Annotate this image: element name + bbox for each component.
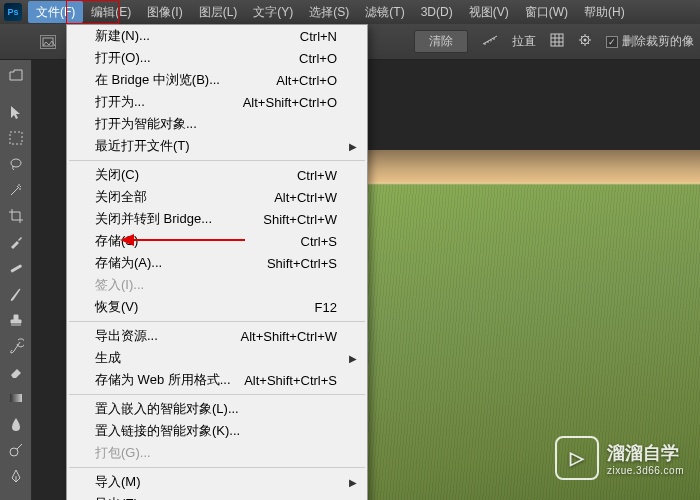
menu-help[interactable]: 帮助(H)	[576, 1, 633, 23]
app-icon: Ps	[4, 3, 22, 21]
file-menu-item[interactable]: 打开(O)...Ctrl+O	[67, 47, 367, 69]
top-menubar: Ps 文件(F) 编辑(E) 图像(I) 图层(L) 文字(Y) 选择(S) 滤…	[0, 0, 700, 24]
straighten-label: 拉直	[512, 33, 536, 50]
file-menu-item[interactable]: 在 Bridge 中浏览(B)...Alt+Ctrl+O	[67, 69, 367, 91]
dodge-tool-icon[interactable]	[4, 438, 28, 462]
menu-shortcut: Shift+Ctrl+S	[267, 256, 337, 271]
svg-rect-7	[10, 394, 22, 402]
file-menu-dropdown: 新建(N)...Ctrl+N打开(O)...Ctrl+O在 Bridge 中浏览…	[66, 24, 368, 500]
menu-shortcut: Ctrl+O	[299, 51, 337, 66]
clear-button[interactable]: 清除	[414, 30, 468, 53]
menu-file[interactable]: 文件(F)	[28, 1, 83, 23]
file-menu-item[interactable]: 存储为(A)...Shift+Ctrl+S	[67, 252, 367, 274]
svg-rect-6	[10, 264, 22, 273]
menu-select[interactable]: 选择(S)	[301, 1, 357, 23]
menu-shortcut: Alt+Ctrl+W	[274, 190, 337, 205]
history-brush-tool-icon[interactable]	[4, 334, 28, 358]
eyedropper-tool-icon[interactable]	[4, 230, 28, 254]
file-menu-item[interactable]: 存储为 Web 所用格式...Alt+Shift+Ctrl+S	[67, 369, 367, 391]
tool-tabs-icon[interactable]	[4, 64, 28, 88]
stamp-tool-icon[interactable]	[4, 308, 28, 332]
file-menu-item: 打包(G)...	[67, 442, 367, 464]
menu-type[interactable]: 文字(Y)	[245, 1, 301, 23]
crop-tool-icon[interactable]	[4, 204, 28, 228]
submenu-arrow-icon: ▶	[349, 477, 357, 488]
gear-icon[interactable]	[578, 33, 592, 50]
menu-shortcut: F12	[315, 300, 337, 315]
file-menu-item[interactable]: 存储(S)Ctrl+S	[67, 230, 367, 252]
crop-icon[interactable]	[40, 35, 56, 49]
menu-separator	[69, 321, 365, 322]
menu-window[interactable]: 窗口(W)	[517, 1, 576, 23]
menu-shortcut: Alt+Shift+Ctrl+O	[243, 95, 337, 110]
watermark: ▷ 溜溜自学 zixue.3d66.com	[555, 436, 684, 480]
menu-separator	[69, 467, 365, 468]
svg-rect-1	[551, 34, 563, 46]
menu-separator	[69, 394, 365, 395]
menu-image[interactable]: 图像(I)	[139, 1, 190, 23]
gradient-tool-icon[interactable]	[4, 386, 28, 410]
file-menu-item[interactable]: 打开为...Alt+Shift+Ctrl+O	[67, 91, 367, 113]
svg-point-5	[11, 159, 21, 167]
file-menu-item[interactable]: 关闭(C)Ctrl+W	[67, 164, 367, 186]
menu-shortcut: Ctrl+W	[297, 168, 337, 183]
marquee-tool-icon[interactable]	[4, 126, 28, 150]
blur-tool-icon[interactable]	[4, 412, 28, 436]
tools-panel	[0, 60, 32, 500]
menu-shortcut: Alt+Ctrl+O	[276, 73, 337, 88]
file-menu-item[interactable]: 恢复(V)F12	[67, 296, 367, 318]
file-menu-item[interactable]: 关闭全部Alt+Ctrl+W	[67, 186, 367, 208]
menu-filter[interactable]: 滤镜(T)	[357, 1, 412, 23]
menu-shortcut: Shift+Ctrl+W	[263, 212, 337, 227]
grid-icon[interactable]	[550, 33, 564, 50]
file-menu-item[interactable]: 置入嵌入的智能对象(L)...	[67, 398, 367, 420]
file-menu-item[interactable]: 生成▶	[67, 347, 367, 369]
file-menu-item[interactable]: 置入链接的智能对象(K)...	[67, 420, 367, 442]
menu-shortcut: Alt+Shift+Ctrl+S	[244, 373, 337, 388]
pen-tool-icon[interactable]	[4, 464, 28, 488]
menu-layer[interactable]: 图层(L)	[191, 1, 246, 23]
menu-separator	[69, 160, 365, 161]
file-menu-item: 签入(I)...	[67, 274, 367, 296]
heal-tool-icon[interactable]	[4, 256, 28, 280]
file-menu-item[interactable]: 最近打开文件(T)▶	[67, 135, 367, 157]
straighten-icon[interactable]	[482, 33, 498, 50]
submenu-arrow-icon: ▶	[349, 141, 357, 152]
move-tool-icon[interactable]	[4, 100, 28, 124]
menu-shortcut: Ctrl+N	[300, 29, 337, 44]
menu-shortcut: Alt+Shift+Ctrl+W	[241, 329, 337, 344]
submenu-arrow-icon: ▶	[349, 353, 357, 364]
menu-3d[interactable]: 3D(D)	[413, 1, 461, 23]
wand-tool-icon[interactable]	[4, 178, 28, 202]
file-menu-item[interactable]: 导出(E)▶	[67, 493, 367, 500]
svg-rect-4	[10, 132, 22, 144]
watermark-title: 溜溜自学	[607, 441, 684, 465]
watermark-sub: zixue.3d66.com	[607, 465, 684, 476]
svg-point-3	[584, 39, 587, 42]
svg-point-8	[10, 448, 18, 456]
eraser-tool-icon[interactable]	[4, 360, 28, 384]
lasso-tool-icon[interactable]	[4, 152, 28, 176]
delete-cropped-checkbox[interactable]: ✓ 删除裁剪的像	[606, 33, 694, 50]
menu-view[interactable]: 视图(V)	[461, 1, 517, 23]
menu-shortcut: Ctrl+S	[301, 234, 337, 249]
file-menu-item[interactable]: 导入(M)▶	[67, 471, 367, 493]
file-menu-item[interactable]: 打开为智能对象...	[67, 113, 367, 135]
menu-edit[interactable]: 编辑(E)	[83, 1, 139, 23]
file-menu-item[interactable]: 关闭并转到 Bridge...Shift+Ctrl+W	[67, 208, 367, 230]
brush-tool-icon[interactable]	[4, 282, 28, 306]
file-menu-item[interactable]: 新建(N)...Ctrl+N	[67, 25, 367, 47]
watermark-logo-icon: ▷	[555, 436, 599, 480]
file-menu-item[interactable]: 导出资源...Alt+Shift+Ctrl+W	[67, 325, 367, 347]
